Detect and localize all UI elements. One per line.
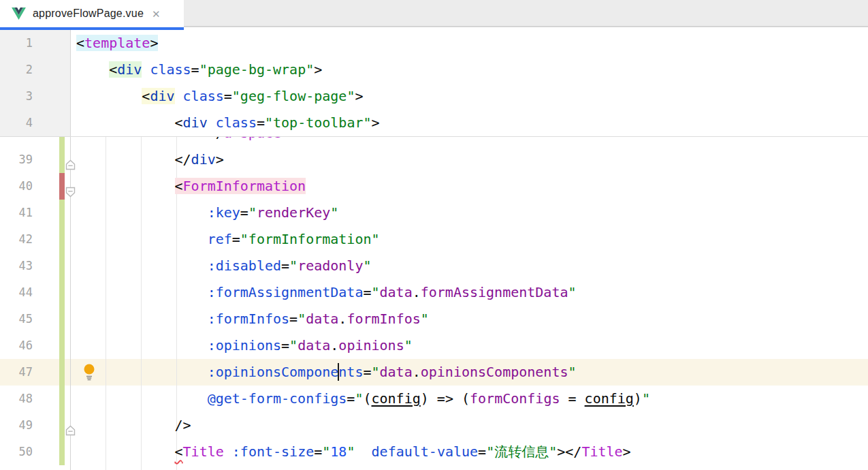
code-text[interactable]: :opinions="data.opinions" — [71, 332, 413, 359]
code-editor[interactable]: 38 </a-space>39 </div>40 <FormInformatio… — [0, 137, 868, 470]
code-text[interactable]: <div class="geg-flow-page"> — [71, 83, 363, 110]
gutter-cell — [33, 386, 71, 412]
sticky-line: 3 <div class="geg-flow-page"> — [0, 83, 868, 110]
partially-scrolled-line: 38 </a-space> — [0, 137, 868, 146]
code-line: 42 ref="formInformation" — [0, 226, 868, 253]
gutter-cell — [33, 110, 71, 136]
vue-logo-icon — [12, 7, 26, 20]
code-text[interactable]: :key="renderKey" — [71, 200, 338, 226]
sticky-line: 4 <div class="top-toolbar"> — [0, 110, 868, 136]
code-text[interactable]: /> — [71, 412, 191, 439]
close-icon[interactable]: ✕ — [152, 9, 161, 19]
code-text[interactable]: <div class="page-bg-wrap"> — [71, 57, 322, 83]
tab-title: approveFlowPage.vue — [33, 7, 144, 20]
editor-tab-bar: approveFlowPage.vue ✕ — [0, 0, 868, 30]
code-line: 47 :opinionsComponents="data.opinionsCom… — [0, 359, 868, 386]
gutter-cell — [33, 439, 71, 465]
text-caret — [338, 363, 339, 381]
line-number: 47 — [0, 359, 33, 386]
vcs-change-stripe — [59, 146, 65, 173]
line-number: 38 — [0, 137, 33, 146]
code-text[interactable]: ref="formInformation" — [71, 226, 380, 253]
line-number: 44 — [0, 279, 33, 306]
gutter-cell — [33, 173, 71, 200]
sticky-line: 2 <div class="page-bg-wrap"> — [0, 57, 868, 83]
gutter-cell — [33, 57, 71, 83]
vcs-change-stripe — [59, 279, 65, 306]
line-number: 40 — [0, 173, 33, 200]
code-line: 44 :formAssignmentData="data.formAssignm… — [0, 279, 868, 306]
gutter-cell — [33, 226, 71, 253]
gutter-cell — [33, 146, 71, 173]
line-number: 42 — [0, 226, 33, 253]
line-number: 43 — [0, 253, 33, 279]
code-text[interactable]: @get-form-configs="(config) => (formConf… — [71, 386, 650, 412]
line-number: 39 — [0, 146, 33, 173]
line-number: 49 — [0, 412, 33, 439]
gutter-cell — [33, 30, 71, 57]
line-number: 3 — [0, 83, 33, 110]
fold-end-marker-icon[interactable] — [65, 154, 76, 166]
gutter-cell — [33, 332, 71, 359]
line-number: 45 — [0, 306, 33, 332]
vcs-change-stripe — [59, 412, 65, 439]
code-text[interactable]: :opinionsComponents="data.opinionsCompon… — [71, 359, 577, 386]
line-number: 4 — [0, 110, 33, 136]
vcs-change-stripe — [59, 386, 65, 412]
code-line: 46 :opinions="data.opinions" — [0, 332, 868, 359]
line-number: 41 — [0, 200, 33, 226]
line-number: 50 — [0, 439, 33, 465]
tab-bar-empty-area — [184, 0, 868, 27]
code-line: 45 :formInfos="data.formInfos" — [0, 306, 868, 332]
code-text[interactable]: :formAssignmentData="data.formAssignment… — [71, 279, 577, 306]
gutter-cell — [33, 253, 71, 279]
gutter-cell — [33, 279, 71, 306]
line-number: 46 — [0, 332, 33, 359]
vcs-change-stripe — [59, 200, 65, 226]
code-text[interactable]: </div> — [71, 146, 224, 173]
code-text[interactable]: :formInfos="data.formInfos" — [71, 306, 429, 332]
code-text[interactable]: <FormInformation — [71, 173, 306, 200]
code-line: 49 /> — [0, 412, 868, 439]
code-text[interactable]: <template> — [71, 30, 158, 57]
fold-end-marker-icon[interactable] — [65, 420, 76, 431]
gutter-cell — [33, 306, 71, 332]
vcs-change-stripe — [59, 253, 65, 279]
fold-start-marker-icon[interactable] — [65, 181, 76, 192]
code-text[interactable]: </a-space> — [71, 137, 289, 146]
code-text[interactable]: :disabled="readonly" — [71, 253, 372, 279]
code-line: 43 :disabled="readonly" — [0, 253, 868, 279]
code-line: 48 @get-form-configs="(config) => (formC… — [0, 386, 868, 412]
vcs-change-stripe — [59, 137, 65, 146]
code-line: 39 </div> — [0, 146, 868, 173]
vcs-change-stripe — [59, 173, 65, 200]
gutter-cell — [33, 359, 71, 386]
vcs-change-stripe — [59, 306, 65, 332]
sticky-line: 1<template> — [0, 30, 868, 57]
gutter-cell — [33, 200, 71, 226]
gutter-cell — [33, 83, 71, 110]
sticky-lines-panel: 1<template>2 <div class="page-bg-wrap">3… — [0, 30, 868, 137]
code-line: 41 :key="renderKey" — [0, 200, 868, 226]
vcs-change-stripe — [59, 226, 65, 253]
code-text[interactable]: <Title :font-size="18" default-value="流转… — [71, 439, 631, 465]
tab-approveFlowPage[interactable]: approveFlowPage.vue ✕ — [0, 0, 184, 27]
gutter-cell — [33, 137, 71, 146]
line-number: 2 — [0, 57, 33, 83]
vcs-change-stripe — [59, 332, 65, 359]
vcs-change-stripe — [59, 359, 65, 386]
line-number: 48 — [0, 386, 33, 412]
gutter-cell — [33, 412, 71, 439]
code-line: 50 <Title :font-size="18" default-value=… — [0, 439, 868, 465]
intention-bulb-icon[interactable] — [82, 363, 96, 381]
code-text[interactable]: <div class="top-toolbar"> — [71, 110, 380, 136]
vcs-change-stripe — [59, 439, 65, 465]
code-line: 40 <FormInformation — [0, 173, 868, 200]
code-line: 38 </a-space> — [0, 137, 868, 146]
line-number: 1 — [0, 30, 33, 57]
